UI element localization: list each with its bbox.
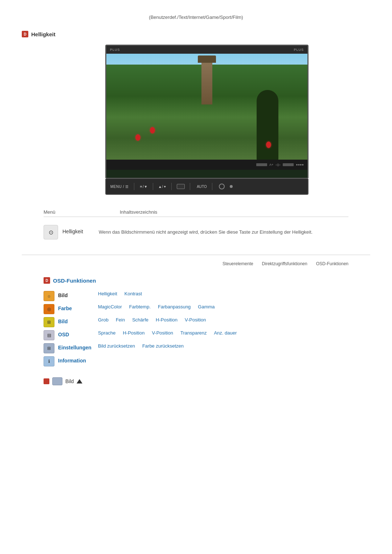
osd-link-kontrast[interactable]: Kontrast — [124, 291, 142, 296]
osd-link-grob[interactable]: Grob — [98, 317, 109, 323]
section1-title: Helligkeit — [31, 31, 56, 37]
monitor-controls: MENU / ☰ ☀/▼ ▲/✦ AUTO — [105, 179, 309, 195]
osd-section-header: D OSD-Funktionen — [44, 277, 348, 284]
osd-icon-0: ☼ — [44, 291, 54, 301]
osd-icon-2: ⊞ — [44, 317, 54, 327]
lantern-1 — [135, 134, 140, 141]
nav-link-osd[interactable]: OSD-Funktionen — [316, 261, 348, 266]
monitor-screen: PLUS PLUS A+ ◁▷ ●●●● — [105, 45, 309, 179]
indicator-2 — [283, 163, 294, 166]
osd-section-title: OSD-Funktionen — [53, 278, 96, 284]
ctrl-divider-4 — [190, 183, 190, 190]
osd-icon-1: ◎ — [44, 304, 54, 314]
indicator-text-3: ●●●● — [296, 163, 304, 167]
monitor-container: PLUS PLUS A+ ◁▷ ●●●● — [44, 45, 370, 195]
osd-link-bildzurueck[interactable]: Bild zurücksetzen — [98, 343, 135, 349]
nav-link-direktzugriff[interactable]: Direktzugriffsfunktionen — [262, 261, 307, 266]
osd-links-2: Grob Fein Schärfe H-Position V-Position — [98, 317, 348, 323]
ctrl-contrast[interactable]: ▲/✦ — [158, 185, 166, 189]
osd-row-3: ▤ OSD Sprache H-Position V-Position Tran… — [44, 330, 348, 340]
ctrl-power[interactable] — [219, 184, 225, 189]
osd-link-gamma[interactable]: Gamma — [198, 304, 215, 309]
menu-table-section: Menü Inhaltsverzeichnis ⊙ Helligkeit Wen… — [22, 209, 370, 244]
osd-row-4: ⊞ Einstellungen Bild zurücksetzen Farbe … — [44, 343, 348, 353]
menu-row-0: ⊙ Helligkeit Wenn das Bildschirmmenü nic… — [44, 221, 348, 244]
ctrl-dot — [230, 185, 233, 188]
monitor-top-bar: PLUS PLUS — [106, 46, 307, 54]
triangle-up — [77, 379, 82, 383]
osd-row-5: ℹ Information — [44, 356, 348, 366]
lantern-3 — [266, 141, 271, 148]
monitor-top-right-label: PLUS — [294, 48, 304, 52]
menu-row-desc-0: Wenn das Bildschirmmenü nicht angezeigt … — [99, 225, 348, 236]
osd-link-farbanpassung[interactable]: Farbanpassung — [158, 304, 191, 309]
osd-icon-5: ℹ — [44, 356, 54, 366]
bottom-icon-red — [44, 378, 49, 384]
osd-icon-3: ▤ — [44, 330, 54, 340]
bottom-label: Bild — [65, 378, 74, 384]
ctrl-aspect[interactable] — [177, 184, 185, 189]
ctrl-divider-2 — [153, 183, 153, 190]
indicator-1 — [256, 163, 267, 166]
osd-section: D OSD-Funktionen ☼ Bild Helligkeit Kontr… — [22, 277, 370, 366]
osd-label-4: Einstellungen — [58, 343, 98, 350]
bottom-section: Bild — [22, 377, 370, 385]
lantern-2 — [150, 127, 155, 134]
osd-link-hposition-o[interactable]: H-Position — [123, 330, 144, 336]
pagoda — [201, 61, 212, 104]
menu-row-icon-0: ⊙ — [44, 225, 58, 239]
ctrl-divider-1 — [134, 183, 134, 190]
menu-col-header-2: Inhaltsverzeichnis — [120, 209, 348, 215]
osd-link-schaerfe[interactable]: Schärfe — [132, 317, 148, 323]
osd-link-farbtemp[interactable]: Farbtemp. — [129, 304, 151, 309]
osd-section-icon: D — [44, 277, 50, 284]
osd-link-fein[interactable]: Fein — [116, 317, 125, 323]
bottom-indicators: A+ ◁▷ ●●●● — [256, 163, 304, 167]
osd-row-2: ⊞ Bild Grob Fein Schärfe H-Position V-Po… — [44, 317, 348, 327]
monitor-bottom-bar: A+ ◁▷ ●●●● — [106, 160, 307, 170]
osd-link-helligkeit[interactable]: Helligkeit — [98, 291, 117, 296]
osd-link-sprache[interactable]: Sprache — [98, 330, 115, 336]
ctrl-divider-3 — [171, 183, 172, 190]
bottom-icon-img — [52, 377, 62, 385]
ctrl-divider-5 — [212, 183, 212, 190]
osd-links-3: Sprache H-Position V-Position Transparen… — [98, 330, 348, 336]
indicator-text-2: ◁▷ — [275, 163, 281, 167]
osd-label-1: Farbe — [58, 304, 98, 311]
osd-row-0: ☼ Bild Helligkeit Kontrast — [44, 291, 348, 301]
menu-table-header: Menü Inhaltsverzeichnis — [44, 209, 348, 217]
osd-label-5: Information — [58, 356, 98, 364]
section1-header: D Helligkeit — [22, 31, 370, 37]
menu-row-name-0: Helligkeit — [62, 225, 99, 234]
osd-link-vposition-o[interactable]: V-Position — [152, 330, 173, 336]
monitor-top-left-label: PLUS — [110, 48, 120, 52]
osd-link-farbezurueck[interactable]: Farbe zurücksetzen — [142, 343, 184, 349]
osd-links-4: Bild zurücksetzen Farbe zurücksetzen — [98, 343, 348, 349]
tree-dark — [257, 90, 278, 163]
osd-links-1: MagicColor Farbtemp. Farbanpassung Gamma — [98, 304, 348, 309]
osd-row-1: ◎ Farbe MagicColor Farbtemp. Farbanpassu… — [44, 304, 348, 314]
osd-link-vposition-b[interactable]: V-Position — [185, 317, 206, 323]
monitor-image-area: A+ ◁▷ ●●●● — [106, 54, 307, 170]
osd-link-magiccolor[interactable]: MagicColor — [98, 304, 122, 309]
indicator-text-1: A+ — [269, 163, 273, 167]
nav-link-steuerelemente[interactable]: Steuerelemente — [222, 261, 253, 266]
osd-links-0: Helligkeit Kontrast — [98, 291, 348, 296]
ctrl-brightness[interactable]: ☀/▼ — [139, 185, 148, 189]
section1-icon: D — [22, 31, 28, 37]
osd-link-transparenz[interactable]: Transparenz — [180, 330, 207, 336]
page-subtitle: (Benutzerdef./Text/Internet/Game/Sport/F… — [22, 15, 370, 20]
osd-table: ☼ Bild Helligkeit Kontrast ◎ Farbe Magic… — [44, 291, 348, 366]
nav-links: Steuerelemente Direktzugriffsfunktionen … — [22, 255, 370, 266]
osd-link-anzdauer[interactable]: Anz. dauer — [214, 330, 237, 336]
ctrl-auto[interactable]: AUTO — [197, 185, 207, 189]
ctrl-menu[interactable]: MENU / ☰ — [110, 185, 129, 189]
osd-label-3: OSD — [58, 330, 98, 337]
menu-col-header-1: Menü — [44, 209, 120, 215]
osd-link-hposition-b[interactable]: H-Position — [156, 317, 177, 323]
osd-icon-4: ⊞ — [44, 343, 54, 353]
osd-label-2: Bild — [58, 317, 98, 324]
osd-label-0: Bild — [58, 291, 98, 298]
